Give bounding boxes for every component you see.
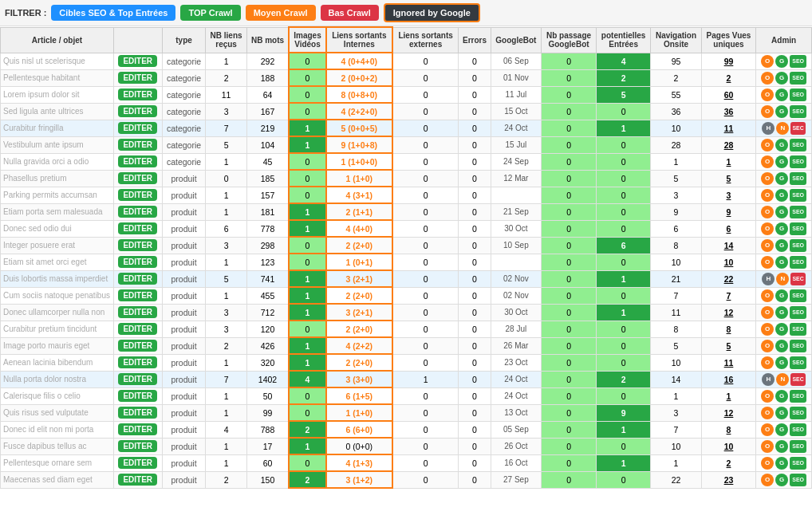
admin-seo-icon[interactable]: SEO bbox=[790, 206, 806, 218]
admin-g-icon[interactable]: G bbox=[775, 323, 788, 336]
admin-seo-icon[interactable]: SEO bbox=[790, 306, 806, 319]
edit-button[interactable]: EDITER bbox=[118, 474, 157, 486]
admin-o-icon[interactable]: O bbox=[761, 139, 774, 151]
admin-g-icon[interactable]: G bbox=[775, 189, 788, 202]
edit-button[interactable]: EDITER bbox=[118, 340, 157, 352]
admin-o-icon[interactable]: O bbox=[761, 390, 774, 403]
edit-button[interactable]: EDITER bbox=[118, 189, 157, 201]
admin-sec-icon[interactable]: SEC bbox=[790, 273, 805, 285]
admin-g-icon[interactable]: G bbox=[775, 222, 788, 235]
edit-button[interactable]: EDITER bbox=[118, 273, 157, 285]
admin-g-icon[interactable]: G bbox=[775, 206, 788, 218]
admin-seo-icon[interactable]: SEO bbox=[790, 239, 806, 252]
admin-seo-icon[interactable]: SEO bbox=[790, 189, 806, 202]
edit-button[interactable]: EDITER bbox=[118, 390, 157, 402]
admin-o-icon[interactable]: O bbox=[761, 440, 774, 453]
edit-button[interactable]: EDITER bbox=[118, 457, 157, 469]
admin-seo-icon[interactable]: SEO bbox=[790, 256, 806, 269]
admin-seo-icon[interactable]: SEO bbox=[790, 155, 806, 168]
admin-seo-icon[interactable]: SEO bbox=[790, 222, 806, 235]
admin-g-icon[interactable]: G bbox=[775, 256, 788, 269]
admin-o-icon[interactable]: O bbox=[761, 72, 774, 85]
filter-ignored-btn[interactable]: Ignored by Google bbox=[384, 3, 480, 22]
admin-seo-icon[interactable]: SEO bbox=[790, 72, 806, 85]
admin-o-icon[interactable]: O bbox=[761, 423, 774, 436]
edit-button[interactable]: EDITER bbox=[118, 88, 157, 100]
admin-g-icon[interactable]: G bbox=[775, 356, 788, 369]
filter-cibles-btn[interactable]: Cibles SEO & Top Entrées bbox=[51, 5, 175, 21]
admin-o-icon[interactable]: O bbox=[761, 340, 774, 352]
admin-seo-icon[interactable]: SEO bbox=[790, 139, 806, 151]
admin-h-icon[interactable]: H bbox=[762, 273, 775, 285]
admin-o-icon[interactable]: O bbox=[761, 239, 774, 252]
edit-button[interactable]: EDITER bbox=[118, 222, 157, 234]
admin-seo-icon[interactable]: SEO bbox=[790, 105, 806, 118]
admin-g-icon[interactable]: G bbox=[775, 457, 788, 470]
admin-o-icon[interactable]: O bbox=[761, 189, 774, 202]
filter-bas-crawl-btn[interactable]: Bas Crawl bbox=[321, 5, 379, 21]
admin-g-icon[interactable]: G bbox=[775, 306, 788, 319]
admin-o-icon[interactable]: O bbox=[761, 105, 774, 118]
admin-g-icon[interactable]: G bbox=[775, 105, 788, 118]
admin-g-icon[interactable]: G bbox=[775, 55, 788, 68]
edit-button[interactable]: EDITER bbox=[118, 72, 157, 84]
admin-g-icon[interactable]: G bbox=[775, 407, 788, 419]
admin-o-icon[interactable]: O bbox=[761, 323, 774, 336]
edit-button[interactable]: EDITER bbox=[118, 172, 157, 184]
edit-button[interactable]: EDITER bbox=[118, 239, 157, 251]
admin-o-icon[interactable]: O bbox=[761, 206, 774, 218]
admin-g-icon[interactable]: G bbox=[775, 390, 788, 403]
edit-button[interactable]: EDITER bbox=[118, 423, 157, 435]
admin-o-icon[interactable]: O bbox=[761, 256, 774, 269]
admin-g-icon[interactable]: G bbox=[775, 340, 788, 352]
admin-g-icon[interactable]: G bbox=[775, 155, 788, 168]
admin-seo-icon[interactable]: SEO bbox=[790, 407, 806, 419]
admin-seo-icon[interactable]: SEO bbox=[790, 390, 806, 403]
admin-o-icon[interactable]: O bbox=[761, 474, 774, 486]
admin-g-icon[interactable]: G bbox=[775, 172, 788, 185]
edit-button[interactable]: EDITER bbox=[118, 373, 157, 385]
admin-seo-icon[interactable]: SEO bbox=[790, 457, 806, 470]
admin-g-icon[interactable]: G bbox=[775, 423, 788, 436]
admin-g-icon[interactable]: G bbox=[775, 88, 788, 101]
admin-seo-icon[interactable]: SEO bbox=[790, 172, 806, 185]
admin-g-icon[interactable]: G bbox=[775, 139, 788, 151]
edit-button[interactable]: EDITER bbox=[118, 122, 157, 134]
admin-g-icon[interactable]: G bbox=[775, 72, 788, 85]
admin-n-icon[interactable]: N bbox=[776, 373, 789, 386]
admin-seo-icon[interactable]: SEO bbox=[790, 474, 806, 486]
edit-button[interactable]: EDITER bbox=[118, 356, 157, 368]
admin-o-icon[interactable]: O bbox=[761, 457, 774, 470]
admin-n-icon[interactable]: N bbox=[776, 273, 789, 285]
admin-g-icon[interactable]: G bbox=[775, 440, 788, 453]
admin-seo-icon[interactable]: SEO bbox=[790, 323, 806, 336]
admin-n-icon[interactable]: N bbox=[776, 122, 789, 135]
admin-h-icon[interactable]: H bbox=[762, 373, 775, 386]
admin-seo-icon[interactable]: SEO bbox=[790, 440, 806, 453]
edit-button[interactable]: EDITER bbox=[118, 55, 157, 67]
admin-h-icon[interactable]: H bbox=[762, 122, 775, 135]
edit-button[interactable]: EDITER bbox=[118, 289, 157, 301]
edit-button[interactable]: EDITER bbox=[118, 105, 157, 117]
admin-sec-icon[interactable]: SEC bbox=[790, 122, 805, 135]
edit-button[interactable]: EDITER bbox=[118, 206, 157, 218]
filter-top-crawl-btn[interactable]: TOP Crawl bbox=[180, 5, 240, 21]
admin-seo-icon[interactable]: SEO bbox=[790, 55, 806, 68]
admin-seo-icon[interactable]: SEO bbox=[790, 356, 806, 369]
edit-button[interactable]: EDITER bbox=[118, 407, 157, 419]
admin-o-icon[interactable]: O bbox=[761, 88, 774, 101]
edit-button[interactable]: EDITER bbox=[118, 139, 157, 151]
filter-moyen-crawl-btn[interactable]: Moyen Crawl bbox=[246, 5, 316, 21]
edit-button[interactable]: EDITER bbox=[118, 440, 157, 452]
admin-seo-icon[interactable]: SEO bbox=[790, 340, 806, 352]
admin-o-icon[interactable]: O bbox=[761, 356, 774, 369]
admin-seo-icon[interactable]: SEO bbox=[790, 289, 806, 302]
admin-o-icon[interactable]: O bbox=[761, 55, 774, 68]
admin-o-icon[interactable]: O bbox=[761, 155, 774, 168]
admin-o-icon[interactable]: O bbox=[761, 289, 774, 302]
edit-button[interactable]: EDITER bbox=[118, 323, 157, 335]
admin-o-icon[interactable]: O bbox=[761, 407, 774, 419]
edit-button[interactable]: EDITER bbox=[118, 155, 157, 167]
admin-g-icon[interactable]: G bbox=[775, 474, 788, 486]
admin-o-icon[interactable]: O bbox=[761, 172, 774, 185]
